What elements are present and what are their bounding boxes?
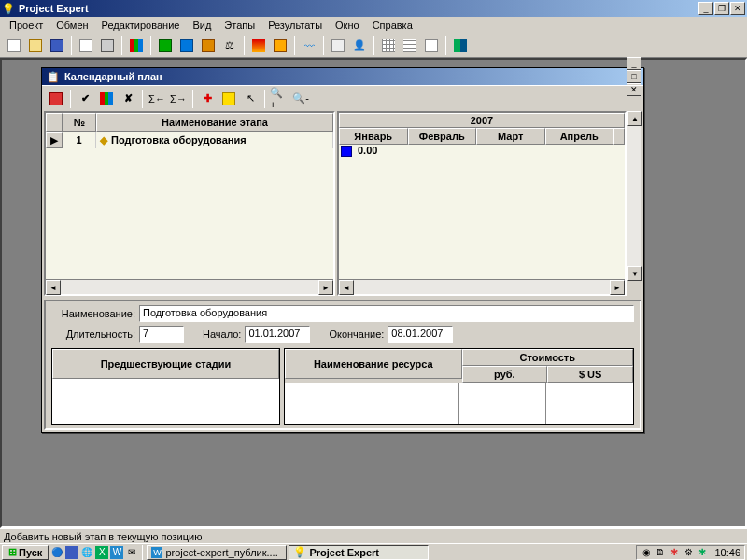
resources-table[interactable]: Наименование ресурса Стоимость руб. $ US — [284, 348, 634, 425]
taskbar: ⊞ Пуск 🔵 🌐 X W ✉ W project-expert_публик… — [0, 543, 747, 560]
child-minimize-button[interactable]: _ — [627, 57, 641, 70]
right-vscroll[interactable]: ▲ ▼ — [627, 111, 641, 296]
menu-help[interactable]: Справка — [367, 19, 418, 32]
clock[interactable]: 10:46 — [714, 547, 740, 558]
task-word-doc[interactable]: W project-expert_публик.... — [147, 545, 287, 560]
scroll-down-icon[interactable]: ▼ — [627, 266, 642, 281]
child-maximize-button[interactable]: □ — [627, 70, 641, 83]
task-project-expert[interactable]: 💡 Project Expert — [289, 545, 429, 560]
report1-icon[interactable] — [248, 35, 269, 56]
ql-media-icon[interactable]: 🔵 — [50, 546, 63, 559]
preview-icon[interactable] — [76, 35, 96, 56]
module2-icon[interactable] — [176, 35, 197, 56]
chart-tool-icon[interactable] — [96, 89, 117, 109]
gantt-bar[interactable] — [341, 146, 352, 157]
grid3-icon[interactable] — [421, 35, 442, 56]
tray-icon-1[interactable]: ◉ — [641, 547, 652, 558]
pointer-icon[interactable]: ↖ — [240, 89, 261, 109]
scroll-track[interactable] — [61, 280, 318, 294]
outdent-icon[interactable]: Σ← — [147, 89, 167, 109]
zoom-in-icon[interactable]: 🔍+ — [269, 89, 289, 109]
grid-body[interactable]: ▶ 1 ◆ Подготовка оборудования — [46, 132, 333, 279]
input-end[interactable]: 08.01.2007 — [388, 326, 453, 343]
scroll-up-icon[interactable]: ▲ — [627, 111, 642, 126]
save-icon[interactable] — [47, 35, 67, 56]
input-name[interactable]: Подготовка оборудования — [139, 305, 634, 322]
col-resource: Наименование ресурса — [285, 349, 462, 379]
label-end: Окончание: — [329, 329, 384, 340]
grid1-icon[interactable] — [378, 35, 399, 56]
row-marker-icon[interactable]: ▶ — [46, 132, 63, 148]
close-button[interactable]: ✕ — [730, 2, 745, 15]
menu-view[interactable]: Вид — [187, 19, 217, 32]
gantt-body[interactable]: 0.00 — [339, 145, 625, 279]
tray-icon-4[interactable]: ⚙ — [683, 547, 694, 558]
col-stage-name[interactable]: Наименование этапа — [96, 113, 333, 132]
scroll-left-icon[interactable]: ◄ — [46, 280, 61, 295]
label-name: Наименование: — [51, 308, 135, 319]
menu-project[interactable]: Проект — [4, 19, 49, 32]
menu-results[interactable]: Результаты — [262, 19, 328, 32]
month-feb[interactable]: Февраль — [408, 128, 477, 145]
minimize-button[interactable]: _ — [698, 2, 713, 15]
module1-icon[interactable] — [155, 35, 176, 56]
col-number[interactable]: № — [63, 113, 96, 132]
cancel-icon[interactable]: ✘ — [118, 89, 138, 109]
separator — [323, 36, 324, 55]
scroll-track[interactable] — [627, 126, 641, 266]
line-chart-icon[interactable]: 〰 — [299, 35, 319, 56]
tray-icon-5[interactable]: ✱ — [697, 547, 708, 558]
start-button[interactable]: ⊞ Пуск — [2, 545, 49, 560]
menu-stages[interactable]: Этапы — [218, 19, 261, 32]
window-controls: _ ❐ ✕ — [698, 2, 745, 15]
scroll-right-icon[interactable]: ► — [610, 280, 625, 295]
open-icon[interactable] — [25, 35, 46, 56]
month-apr[interactable]: Апрель — [545, 128, 614, 145]
menu-window[interactable]: Окно — [330, 19, 365, 32]
module3-icon[interactable] — [198, 35, 218, 56]
month-mar[interactable]: Март — [476, 128, 545, 145]
predecessors-table[interactable]: Предшествующие стадии — [51, 348, 280, 425]
ql-excel-icon[interactable]: X — [95, 546, 108, 559]
predecessors-body[interactable] — [52, 379, 279, 424]
bar-chart-icon[interactable] — [126, 35, 147, 56]
tray-icon-2[interactable]: 🗎 — [655, 547, 666, 558]
person-icon[interactable]: 👤 — [349, 35, 370, 56]
indent-icon[interactable]: Σ→ — [168, 89, 189, 109]
child-window-calendar: 📋 Календарный план _ □ ✕ ✔ ✘ Σ← Σ→ ✚ ↖ 🔍… — [41, 67, 644, 433]
menu-exchange[interactable]: Обмен — [50, 19, 93, 32]
detail-tables: Предшествующие стадии Наименование ресур… — [51, 348, 634, 425]
scroll-track[interactable] — [354, 280, 610, 294]
scroll-right-icon[interactable]: ► — [318, 280, 333, 295]
apply-icon[interactable]: ✔ — [75, 89, 95, 109]
insert-stage-icon[interactable] — [46, 89, 66, 109]
doc1-icon[interactable] — [328, 35, 348, 56]
restore-button[interactable]: ❐ — [714, 2, 729, 15]
tray-icon-3[interactable]: ✱ — [669, 547, 680, 558]
new-icon[interactable] — [4, 35, 24, 56]
link-icon[interactable] — [218, 89, 239, 109]
resources-body[interactable] — [285, 383, 633, 424]
month-next[interactable] — [613, 128, 625, 145]
ql-word-icon[interactable]: W — [110, 546, 123, 559]
month-jan[interactable]: Январь — [339, 128, 408, 145]
report2-icon[interactable] — [270, 35, 290, 56]
zoom-out-icon[interactable]: 🔍- — [290, 89, 311, 109]
resources-header: Наименование ресурса Стоимость руб. $ US — [285, 349, 633, 383]
menu-edit[interactable]: Редактирование — [96, 19, 186, 32]
print-icon[interactable] — [97, 35, 118, 56]
ql-mail-icon[interactable]: ✉ — [125, 546, 138, 559]
ql-save-icon[interactable] — [65, 546, 78, 559]
balance-icon[interactable]: ⚖ — [219, 35, 240, 56]
left-hscroll[interactable]: ◄ ► — [46, 279, 333, 294]
scroll-left-icon[interactable]: ◄ — [339, 280, 354, 295]
ql-ie-icon[interactable]: 🌐 — [80, 546, 93, 559]
detail-panel: Наименование: Подготовка оборудования Дл… — [44, 300, 641, 430]
right-hscroll[interactable]: ◄ ► — [339, 279, 625, 294]
input-start[interactable]: 01.01.2007 — [245, 326, 310, 343]
grid2-icon[interactable] — [400, 35, 420, 56]
add-icon[interactable]: ✚ — [197, 89, 218, 109]
table-row[interactable]: ▶ 1 ◆ Подготовка оборудования — [46, 132, 333, 148]
chart-icon[interactable] — [450, 35, 471, 56]
input-duration[interactable]: 7 — [139, 326, 184, 343]
